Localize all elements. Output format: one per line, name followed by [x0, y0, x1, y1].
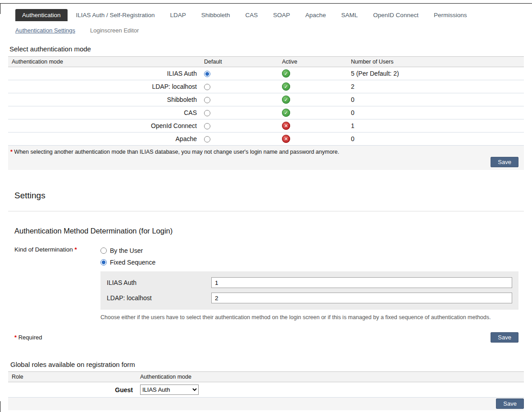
auth-mode-label: OpenId Connect — [8, 119, 200, 133]
col-header-default: Default — [200, 57, 278, 67]
roles-table-title: Global roles available on registration f… — [10, 361, 524, 368]
active-status-icon — [282, 109, 290, 117]
ldap-position-input[interactable] — [211, 293, 512, 303]
table-row: OpenId Connect 1 — [8, 119, 524, 133]
table-row: Shibboleth 0 — [8, 93, 524, 106]
tab-shibboleth[interactable]: Shibboleth — [195, 9, 237, 21]
option-label: By the User — [110, 247, 143, 254]
determination-byline: Choose either if the users have to selec… — [100, 314, 518, 320]
table-row: LDAP: localhost 2 — [8, 80, 524, 93]
table-footnote: * When selecting another authentication … — [10, 149, 518, 155]
save-button[interactable]: Save — [491, 157, 518, 167]
tab-soap[interactable]: SOAP — [266, 9, 297, 21]
tab-cas[interactable]: CAS — [239, 9, 265, 21]
default-mode-radio[interactable] — [204, 97, 210, 103]
fixed-sequence-box: ILIAS Auth LDAP: localhost — [100, 271, 518, 310]
sequence-row: LDAP: localhost — [107, 290, 512, 306]
user-count: 0 — [347, 133, 524, 146]
sequence-label-ldap-localhost: LDAP: localhost — [107, 294, 211, 302]
tab-permissions[interactable]: Permissions — [427, 9, 474, 21]
page-top-border — [0, 3, 532, 4]
settings-section-title: Settings — [14, 191, 524, 201]
kind-of-determination-row: Kind of Determination * By the User Fixe… — [8, 245, 524, 320]
option-by-the-user[interactable]: By the User — [100, 245, 518, 256]
active-status-icon — [282, 82, 290, 91]
default-mode-radio[interactable] — [204, 136, 210, 142]
determination-form-title: Authentication Method Determination (for… — [14, 227, 524, 235]
active-status-icon — [282, 135, 290, 143]
roles-table: Role Authentication mode Guest ILIAS Aut… — [8, 371, 524, 398]
active-status-icon — [282, 69, 290, 78]
active-status-icon — [282, 96, 290, 104]
auth-mode-table: Authentication mode Default Active Numbe… — [8, 56, 524, 146]
table-header-row: Role Authentication mode — [8, 372, 524, 382]
role-auth-mode-select[interactable]: ILIAS Auth — [140, 385, 199, 395]
table-row: Guest ILIAS Auth — [8, 382, 524, 398]
user-count: 5 (Per Default: 2) — [347, 67, 524, 80]
sequence-label-ilias-auth: ILIAS Auth — [107, 279, 211, 286]
required-text: Required — [18, 334, 42, 341]
ilias-auth-position-input[interactable] — [211, 277, 512, 288]
by-the-user-radio[interactable] — [100, 247, 107, 254]
required-asterisk: * — [75, 246, 77, 253]
active-status-icon — [282, 122, 290, 130]
default-mode-radio[interactable] — [204, 123, 210, 129]
role-name: Guest — [8, 382, 136, 398]
tab-saml[interactable]: SAML — [335, 9, 365, 21]
sequence-row: ILIAS Auth — [107, 275, 512, 290]
page-left-border-top — [0, 3, 0, 14]
table-header-row: Authentication mode Default Active Numbe… — [8, 57, 524, 67]
save-button[interactable]: Save — [496, 398, 524, 409]
user-count: 2 — [347, 80, 524, 93]
tab-openid-connect[interactable]: OpenID Connect — [366, 9, 425, 21]
col-header-authentication-mode: Authentication mode — [136, 372, 524, 382]
tab-ldap[interactable]: LDAP — [163, 9, 192, 21]
auth-table-title: Select authentication mode — [9, 45, 524, 53]
footnote-asterisk: * — [10, 149, 13, 155]
user-count: 0 — [347, 93, 524, 106]
subtab-authentication-settings[interactable]: Authentication Settings — [15, 27, 75, 34]
tab-authentication[interactable]: Authentication — [15, 9, 68, 21]
tab-apache[interactable]: Apache — [299, 9, 333, 21]
main-content: Select authentication mode Authenticatio… — [8, 45, 524, 410]
section-divider — [8, 211, 524, 211]
default-mode-radio[interactable] — [204, 71, 210, 77]
user-count: 0 — [347, 106, 524, 119]
default-mode-radio[interactable] — [204, 110, 210, 116]
col-header-authentication-mode: Authentication mode — [8, 57, 200, 67]
required-note: * Required — [14, 334, 42, 341]
tab-ilias-auth-self-registration[interactable]: ILIAS Auth / Self-Registration — [69, 9, 162, 21]
form-footer: * Required Save — [8, 332, 524, 343]
auth-mode-label: Apache — [8, 133, 200, 146]
kind-of-determination-label: Kind of Determination * — [14, 245, 100, 320]
roles-table-footer: Save — [8, 398, 524, 410]
default-mode-radio[interactable] — [204, 84, 210, 90]
auth-mode-label: Shibboleth — [8, 93, 200, 106]
col-header-role: Role — [8, 372, 136, 382]
required-asterisk: * — [14, 334, 17, 341]
table-row: ILIAS Auth 5 (Per Default: 2) — [8, 67, 524, 80]
auth-mode-label: CAS — [8, 106, 200, 119]
fixed-sequence-radio[interactable] — [100, 259, 107, 266]
table-row: Apache 0 — [8, 133, 524, 146]
auth-table-footer: * When selecting another authentication … — [8, 146, 524, 170]
user-count: 1 — [347, 119, 524, 133]
col-header-number-of-users: Number of Users — [347, 57, 524, 67]
table-row: CAS 0 — [8, 106, 524, 119]
subtab-loginscreen-editor[interactable]: Loginscreen Editor — [90, 27, 139, 34]
tab-bar: Authentication ILIAS Auth / Self-Registr… — [15, 9, 532, 21]
option-label: Fixed Sequence — [110, 259, 155, 266]
auth-mode-label: ILIAS Auth — [8, 67, 200, 80]
subtab-bar: Authentication Settings Loginscreen Edit… — [15, 27, 532, 34]
footnote-text: When selecting another authentication mo… — [14, 149, 339, 155]
field-label-text: Kind of Determination — [14, 246, 73, 253]
auth-mode-label: LDAP: localhost — [8, 80, 200, 93]
option-fixed-sequence[interactable]: Fixed Sequence — [100, 256, 518, 268]
save-button[interactable]: Save — [491, 332, 518, 343]
col-header-active: Active — [278, 57, 347, 67]
page-left-border-bottom — [0, 401, 0, 412]
